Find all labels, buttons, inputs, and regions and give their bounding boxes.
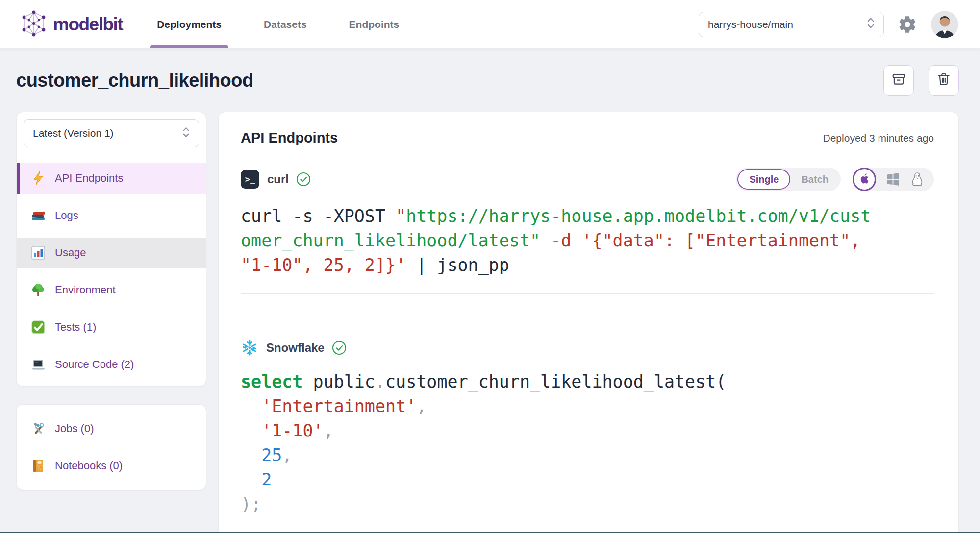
workspace-selector[interactable]: harrys-house/main [699,12,884,37]
bar-chart-icon [30,245,46,261]
sidebar-item-label: Logs [55,209,78,222]
snowflake-label: Snowflake [266,341,325,355]
sidebar-item-label: Usage [55,246,86,259]
sidebar-item-label: Environment [55,284,116,296]
code-line: "1-10", 25, 2]}' | json_pp [241,253,934,277]
workspace-selector-value: harrys-house/main [708,19,793,30]
chevron-updown-icon [182,126,190,141]
code-token: , [282,445,292,465]
check-circle-icon [296,171,311,187]
mode-toggle: Single Batch [736,168,841,191]
sidebar-item-label: Tests (1) [55,321,96,334]
sidebar-item-label: Notebooks (0) [55,460,123,472]
code-token: '1-10' [241,421,324,440]
terminal-icon: >_ [241,170,259,189]
code-token: . [375,372,385,391]
code-token: omer_churn_likelihood/latest" [241,231,540,250]
code-token: 25 [241,445,282,465]
sidebar-item-jobs[interactable]: Jobs (0) [17,413,206,444]
code-token [540,231,551,250]
brand-logo[interactable]: modelbit [21,10,123,39]
code-line: '1-10', [241,418,934,443]
archive-box-icon [891,72,906,89]
sidebar-item-tests[interactable]: Tests (1) [17,312,206,342]
sidebar-item-environment[interactable]: Environment [17,275,206,305]
laptop-icon [30,357,46,372]
code-line: 2 [241,467,934,492]
top-header: modelbit Deployments Datasets Endpoints … [0,0,980,49]
linux-icon[interactable] [910,172,924,187]
code-token: select [241,372,302,391]
header-right: harrys-house/main [699,11,958,38]
section-divider [241,293,934,294]
page-title: customer_churn_likelihood [16,70,253,91]
curl-controls: Single Batch [736,168,934,191]
notebook-icon [30,458,46,474]
lightning-icon [30,170,46,186]
code-token: 'Entertainment' [241,396,416,416]
nav-tab-endpoints[interactable]: Endpoints [346,0,402,48]
sidebar-item-label: Jobs (0) [55,422,94,435]
curl-section-header: >_ curl Single Batch [241,168,934,191]
section-heading: API Endpoints [241,130,338,146]
sidebar-item-logs[interactable]: Logs [17,200,206,231]
snowflake-code-block[interactable]: select public.customer_churn_likelihood_… [241,369,934,516]
title-actions [883,65,959,96]
nav-tab-deployments[interactable]: Deployments [154,0,225,48]
snowflake-icon [241,339,258,357]
modelbit-network-icon [21,10,47,39]
title-row: customer_churn_likelihood [16,49,959,112]
curl-label: curl [267,172,289,186]
sidebar: Latest (Version 1) API Endpoints [16,112,206,490]
mode-single-button[interactable]: Single [737,169,790,190]
code-line: 25, [241,443,934,467]
sidebar-item-label: API Endpoints [55,172,123,185]
code-line: omer_churn_likelihood/latest" -d '{"data… [241,228,934,253]
code-token: , [324,421,334,440]
gear-icon[interactable] [898,15,917,34]
check-box-icon [30,319,46,335]
check-circle-icon [331,340,347,356]
sidebar-item-notebooks[interactable]: Notebooks (0) [17,451,206,481]
code-token: -d '{"data": ["Entertainment", [551,231,860,250]
os-selector [853,168,934,191]
primary-nav: Deployments Datasets Endpoints [154,0,402,48]
mode-batch-button[interactable]: Batch [790,169,839,190]
code-line: 'Entertainment', [241,394,934,418]
sidebar-menu-secondary: Jobs (0) Notebooks (0) [17,413,206,481]
windows-icon[interactable] [886,172,901,187]
delete-button[interactable] [929,65,959,96]
sidebar-menu: API Endpoints Logs [17,163,206,380]
code-token: | json_pp [406,255,509,275]
version-selector-value: Latest (Version 1) [33,127,114,139]
main-header: API Endpoints Deployed 3 minutes ago [241,130,934,146]
user-avatar[interactable] [931,11,958,38]
apple-icon[interactable] [853,168,876,191]
code-token: "1-10", 25, 2]}' [241,255,406,275]
code-token: public [302,372,375,391]
sidebar-card-primary: Latest (Version 1) API Endpoints [16,112,206,387]
sidebar-item-source-code[interactable]: Source Code (2) [17,349,206,380]
trash-icon [936,72,951,89]
code-token: 2 [241,470,272,489]
code-line: ); [241,492,934,516]
code-token: customer_churn_likelihood_latest( [385,372,726,391]
code-token: " [396,206,406,226]
tools-icon [30,421,46,436]
version-selector[interactable]: Latest (Version 1) [24,119,199,147]
sidebar-item-usage[interactable]: Usage [17,238,206,268]
sidebar-item-label: Source Code (2) [55,358,134,371]
curl-code-block[interactable]: curl -s -XPOST "https://harrys-house.app… [241,204,934,277]
brand-name: modelbit [53,14,123,35]
sidebar-card-secondary: Jobs (0) Notebooks (0) [16,404,206,490]
archive-button[interactable] [883,65,914,96]
code-token: curl -s -XPOST [241,206,396,226]
code-line: curl -s -XPOST "https://harrys-house.app… [241,204,934,228]
nav-tab-datasets[interactable]: Datasets [261,0,310,48]
deployed-status: Deployed 3 minutes ago [823,132,934,144]
sidebar-item-api-endpoints[interactable]: API Endpoints [17,163,206,194]
code-token: https://harrys-house.app.modelbit.com/v1… [406,206,871,226]
code-token: , [416,396,427,416]
chevron-updown-icon [867,17,875,32]
books-icon [30,208,46,223]
